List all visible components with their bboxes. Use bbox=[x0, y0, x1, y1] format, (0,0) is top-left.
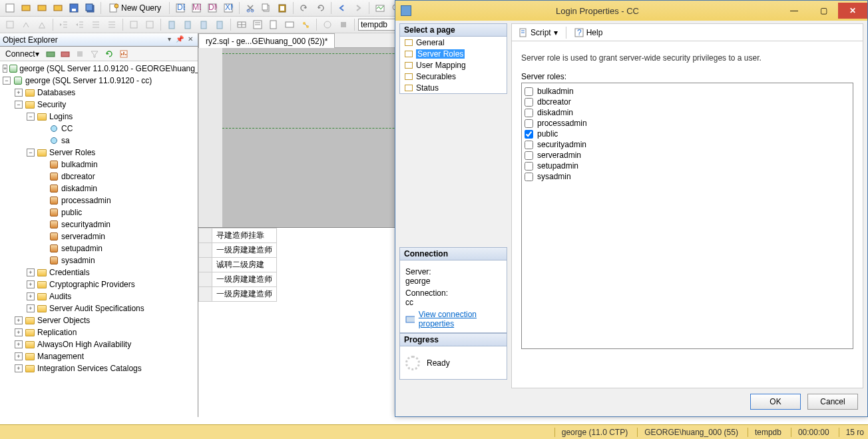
minimize-button[interactable]: — bbox=[779, 3, 809, 19]
role-item-processadmin[interactable]: processadmin bbox=[525, 118, 850, 129]
mdx-query-icon[interactable]: MDX bbox=[189, 1, 204, 15]
activity-monitor-icon[interactable] bbox=[373, 1, 387, 15]
role-item-securityadmin[interactable]: securityadmin bbox=[525, 139, 850, 150]
uncomment-icon[interactable] bbox=[142, 18, 157, 31]
outdent-icon[interactable] bbox=[73, 18, 87, 31]
page-item-securables[interactable]: Securables bbox=[400, 71, 507, 82]
panel-close-icon[interactable]: ✕ bbox=[186, 35, 195, 45]
audits-node[interactable]: +Audits bbox=[0, 290, 198, 302]
debug-icon[interactable] bbox=[320, 18, 335, 31]
tree-toggle[interactable]: + bbox=[15, 340, 23, 348]
result-cell[interactable]: 一级房建建造师 bbox=[212, 287, 277, 302]
replication-node[interactable]: +Replication bbox=[0, 326, 198, 338]
role-checkbox[interactable] bbox=[525, 162, 533, 171]
page-item-server-roles[interactable]: Server Roles bbox=[400, 48, 507, 59]
server-objects-node[interactable]: +Server Objects bbox=[0, 314, 198, 326]
role-checkbox[interactable] bbox=[525, 98, 533, 107]
new-query-button[interactable]: New Query bbox=[105, 1, 166, 15]
login-item[interactable]: sa bbox=[0, 135, 198, 147]
tree-toggle[interactable]: + bbox=[27, 292, 35, 300]
copy-icon[interactable] bbox=[259, 1, 274, 15]
dmx-query-icon[interactable]: DMX bbox=[205, 1, 220, 15]
save-icon[interactable] bbox=[67, 1, 81, 15]
bookmark-icon-2[interactable] bbox=[180, 18, 195, 31]
tree-toggle[interactable]: + bbox=[15, 364, 23, 372]
role-item-dbcreator[interactable]: dbcreator bbox=[525, 97, 850, 107]
page-list[interactable]: GeneralServer RolesUser MappingSecurable… bbox=[399, 37, 507, 94]
maximize-button[interactable]: ▢ bbox=[809, 3, 838, 19]
tree-toggle[interactable]: − bbox=[27, 149, 35, 157]
server-roles-listbox[interactable]: bulkadmindbcreatordiskadminprocessadminp… bbox=[521, 83, 853, 349]
server-roles-node[interactable]: −Server Roles bbox=[0, 147, 198, 159]
role-item-diskadmin[interactable]: diskadmin bbox=[525, 107, 850, 118]
oe-refresh-icon[interactable] bbox=[103, 48, 115, 60]
role-checkbox[interactable] bbox=[525, 141, 533, 149]
new-project-icon[interactable] bbox=[3, 1, 17, 15]
oe-filter-icon[interactable] bbox=[89, 48, 101, 60]
tree-toggle[interactable]: + bbox=[27, 280, 35, 288]
comment-icon[interactable] bbox=[126, 18, 141, 31]
role-item[interactable]: public bbox=[0, 207, 198, 219]
role-item[interactable]: diskadmin bbox=[0, 183, 198, 195]
tree-toggle[interactable]: + bbox=[15, 352, 23, 360]
stop-debug-icon[interactable] bbox=[336, 18, 351, 31]
role-checkbox[interactable] bbox=[525, 119, 533, 128]
row-header[interactable] bbox=[199, 258, 212, 272]
page-item-general[interactable]: General bbox=[400, 37, 507, 48]
row-header[interactable] bbox=[199, 272, 212, 287]
lines-icon-2[interactable] bbox=[105, 18, 119, 31]
connect-button[interactable]: Connect ▾ bbox=[3, 48, 42, 60]
role-item[interactable]: securityadmin bbox=[0, 219, 198, 230]
role-item-public[interactable]: public bbox=[525, 129, 850, 139]
role-item[interactable]: setupadmin bbox=[0, 242, 198, 254]
results-file-icon[interactable] bbox=[266, 18, 281, 31]
page-item-status[interactable]: Status bbox=[400, 82, 507, 93]
tree-toggle[interactable]: + bbox=[15, 316, 23, 324]
tree-toggle[interactable]: − bbox=[3, 77, 11, 85]
role-checkbox[interactable] bbox=[525, 173, 533, 181]
tree-toggle[interactable]: + bbox=[27, 268, 35, 276]
role-checkbox[interactable] bbox=[525, 109, 533, 117]
plan-icon[interactable] bbox=[298, 18, 313, 31]
lines-icon-1[interactable] bbox=[89, 18, 103, 31]
role-item[interactable]: bulkadmin bbox=[0, 159, 198, 171]
alwayson-node[interactable]: +AlwaysOn High Availability bbox=[0, 338, 198, 350]
panel-dropdown-icon[interactable]: ▾ bbox=[164, 35, 174, 45]
tree-toggle[interactable]: + bbox=[27, 304, 35, 312]
bookmark-icon-3[interactable] bbox=[196, 18, 211, 31]
management-node[interactable]: +Management bbox=[0, 350, 198, 362]
security-node[interactable]: −Security bbox=[0, 99, 198, 111]
tree-toggle[interactable]: + bbox=[15, 89, 23, 97]
tree-toggle[interactable]: + bbox=[3, 65, 7, 73]
panel-pin-icon[interactable]: 📌 bbox=[175, 35, 184, 45]
paste-icon[interactable] bbox=[275, 1, 290, 15]
redo-icon[interactable] bbox=[313, 1, 327, 15]
open-file-icon[interactable] bbox=[51, 1, 65, 15]
bookmark-icon-4[interactable] bbox=[212, 18, 227, 31]
role-item[interactable]: sysadmin bbox=[0, 254, 198, 266]
tb2-icon-3[interactable] bbox=[35, 18, 49, 31]
dialog-titlebar[interactable]: Login Properties - CC — ▢ ✕ bbox=[395, 1, 867, 21]
databases-node[interactable]: +Databases bbox=[0, 87, 198, 99]
role-item-sysadmin[interactable]: sysadmin bbox=[525, 171, 850, 182]
page-item-user-mapping[interactable]: User Mapping bbox=[400, 59, 507, 71]
role-item-serveradmin[interactable]: serveradmin bbox=[525, 150, 850, 161]
oe-icon-1[interactable] bbox=[45, 48, 57, 60]
script-button[interactable]: Script ▾ bbox=[516, 27, 560, 39]
include-plan-icon[interactable] bbox=[282, 18, 297, 31]
cancel-button[interactable]: Cancel bbox=[807, 394, 858, 410]
oe-icon-2[interactable] bbox=[59, 48, 71, 60]
save-all-icon[interactable] bbox=[83, 1, 97, 15]
editor-tab[interactable]: ry2.sql - ge...GE\huang_000 (52))* bbox=[198, 33, 335, 48]
role-checkbox[interactable] bbox=[525, 87, 533, 96]
view-connection-properties-link[interactable]: View connection properties bbox=[419, 310, 501, 328]
result-cell[interactable]: 一级房建建造师 bbox=[212, 272, 277, 287]
cut-icon[interactable] bbox=[243, 1, 258, 15]
result-cell[interactable]: 一级房建建造师 bbox=[212, 243, 277, 258]
ok-button[interactable]: OK bbox=[750, 394, 801, 410]
tb2-icon-1[interactable] bbox=[3, 18, 17, 31]
nav-back-icon[interactable] bbox=[335, 1, 349, 15]
indent-icon[interactable] bbox=[57, 18, 71, 31]
result-cell[interactable]: 寻建造师挂靠 bbox=[212, 228, 277, 243]
role-item-bulkadmin[interactable]: bulkadmin bbox=[525, 86, 850, 97]
